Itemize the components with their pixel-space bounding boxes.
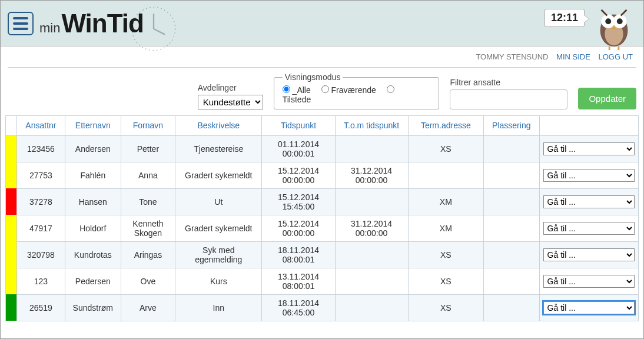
cell-id: 320798: [16, 241, 65, 268]
cell-time: 15.12.201400:00:00: [262, 162, 335, 188]
col-place[interactable]: Plassering: [483, 116, 539, 136]
user-bar: TOMMY STENSUND MIN SIDE LOGG UT: [1, 46, 643, 65]
table-row[interactable]: 320798KundrotasAringasSyk med egenmeldin…: [6, 241, 639, 268]
cell-id: 47917: [16, 215, 65, 241]
status-cell: [6, 188, 17, 215]
filter-label: Filtrer ansatte: [450, 78, 567, 87]
app-header: min WinTid 12:11: [1, 1, 643, 46]
col-time-to[interactable]: T.o.m tidspunkt: [335, 116, 408, 136]
cell-action: Gå til ...: [539, 215, 638, 241]
cell-place: [483, 241, 539, 268]
cell-id: 26519: [16, 294, 65, 321]
table-row[interactable]: 27753FahlénAnnaGradert sykemeldt15.12.20…: [6, 162, 639, 188]
cell-firstname: Aringas: [121, 241, 175, 268]
current-user: TOMMY STENSUND: [476, 52, 548, 61]
cell-place: [483, 294, 539, 321]
viewmode-away[interactable]: Fraværende: [321, 85, 376, 95]
col-term[interactable]: Term.adresse: [408, 116, 483, 136]
cell-lastname: Holdorf: [65, 215, 121, 241]
goto-select[interactable]: Gå til ...: [543, 142, 635, 155]
cell-term: XS: [408, 268, 483, 294]
cell-term: XS: [408, 294, 483, 321]
cell-time-to: [335, 135, 408, 162]
cell-desc: Ut: [175, 188, 262, 215]
cell-term: XS: [408, 135, 483, 162]
cell-id: 37278: [16, 188, 65, 215]
status-cell: [6, 162, 17, 188]
cell-term: XM: [408, 215, 483, 241]
cell-term: XM: [408, 188, 483, 215]
table-row[interactable]: 26519SundstrømArveInn18.11.201406:45:00X…: [6, 294, 639, 321]
cell-firstname: Ove: [121, 268, 175, 294]
divider: [8, 67, 636, 68]
app-logo: min WinTid: [39, 9, 144, 38]
goto-select[interactable]: Gå til ...: [543, 195, 635, 208]
cell-lastname: Hansen: [65, 188, 121, 215]
department-group: Avdelinger Kundestøtte: [198, 83, 263, 109]
cell-time-to: [335, 241, 408, 268]
logout-link[interactable]: LOGG UT: [598, 52, 633, 61]
col-id[interactable]: Ansattnr: [16, 116, 65, 136]
viewmode-present-radio[interactable]: [387, 85, 394, 93]
update-button[interactable]: Oppdater: [578, 88, 636, 109]
col-lastname[interactable]: Etternavn: [65, 116, 121, 136]
cell-time-to: [335, 188, 408, 215]
cell-id: 123456: [16, 135, 65, 162]
table-row[interactable]: 123456AndersenPetterTjenestereise01.11.2…: [6, 135, 639, 162]
col-status: [6, 116, 17, 136]
cell-id: 123: [16, 268, 65, 294]
filter-group: Filtrer ansatte: [450, 78, 567, 109]
department-label: Avdelinger: [198, 83, 263, 92]
table-row[interactable]: 123PedersenOveKurs13.11.201408:00:01XSGå…: [6, 268, 639, 294]
cell-action: Gå til ...: [539, 162, 638, 188]
cell-time-to: [335, 268, 408, 294]
department-select[interactable]: Kundestøtte: [198, 95, 263, 109]
cell-time: 18.11.201408:00:01: [262, 241, 335, 268]
cell-desc: Inn: [175, 294, 262, 321]
cell-term: XS: [408, 241, 483, 268]
cell-time-to: [335, 294, 408, 321]
col-firstname[interactable]: Fornavn: [121, 116, 175, 136]
svg-point-8: [617, 18, 623, 24]
status-cell: [6, 241, 17, 268]
filter-controls: Avdelinger Kundestøtte Visningsmodus _Al…: [1, 72, 643, 115]
table-header-row: Ansattnr Etternavn Fornavn Beskrivelse T…: [6, 116, 639, 136]
filter-input[interactable]: [450, 89, 567, 109]
cell-desc: Gradert sykemeldt: [175, 162, 262, 188]
viewmode-legend: Visningsmodus: [283, 72, 343, 82]
clock-badge: 12:11: [545, 9, 585, 27]
logo-prefix: min: [39, 21, 60, 36]
status-cell: [6, 268, 17, 294]
cell-time: 13.11.201408:00:01: [262, 268, 335, 294]
cell-action: Gå til ...: [539, 268, 638, 294]
table-row[interactable]: 47917HoldorfKenneth SkogenGradert sykeme…: [6, 215, 639, 241]
cell-firstname: Petter: [121, 135, 175, 162]
cell-lastname: Fahlén: [65, 162, 121, 188]
col-desc[interactable]: Beskrivelse: [175, 116, 262, 136]
cell-time-to: 31.12.201400:00:00: [335, 215, 408, 241]
cell-place: [483, 215, 539, 241]
viewmode-all[interactable]: _Alle: [283, 85, 311, 95]
cell-place: [483, 162, 539, 188]
goto-select[interactable]: Gå til ...: [543, 275, 635, 288]
menu-button[interactable]: [8, 12, 34, 35]
goto-select[interactable]: Gå til ...: [543, 169, 635, 182]
cell-firstname: Anna: [121, 162, 175, 188]
my-page-link[interactable]: MIN SIDE: [556, 52, 590, 61]
table-row[interactable]: 37278HansenToneUt15.12.201415:45:00XMGå …: [6, 188, 639, 215]
viewmode-fieldset: Visningsmodus _Alle Fraværende Tilstede: [274, 72, 440, 109]
employee-table-wrap: Ansattnr Etternavn Fornavn Beskrivelse T…: [1, 115, 643, 321]
cell-desc: Kurs: [175, 268, 262, 294]
cell-lastname: Pedersen: [65, 268, 121, 294]
cell-time: 15.12.201415:45:00: [262, 188, 335, 215]
viewmode-away-radio[interactable]: [321, 85, 329, 93]
goto-select[interactable]: Gå til ...: [543, 222, 635, 235]
viewmode-all-radio[interactable]: [283, 85, 290, 93]
goto-select[interactable]: Gå til ...: [543, 301, 635, 314]
cell-place: [483, 268, 539, 294]
cell-action: Gå til ...: [539, 294, 638, 321]
goto-select[interactable]: Gå til ...: [543, 248, 635, 261]
col-time[interactable]: Tidspunkt: [262, 116, 335, 136]
cell-desc: Tjenestereise: [175, 135, 262, 162]
cell-action: Gå til ...: [539, 241, 638, 268]
